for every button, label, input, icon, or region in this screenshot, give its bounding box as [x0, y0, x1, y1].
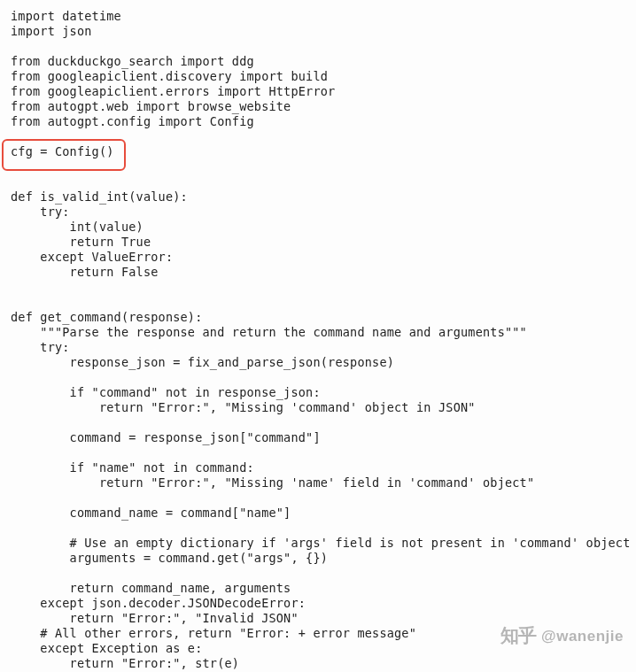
watermark: 知乎 @wanenjie	[500, 629, 624, 644]
code-line: # Use an empty dictionary if 'args' fiel…	[11, 536, 631, 550]
code-line: if "name" not in command:	[11, 460, 254, 475]
code-line: arguments = command.get("args", {})	[11, 551, 328, 565]
code-line: except ValueError:	[11, 250, 173, 264]
code-line: import json	[11, 24, 92, 38]
code-line: """Parse the response and return the com…	[11, 325, 527, 339]
code-line: return "Error:", "Invalid JSON"	[11, 611, 299, 625]
code-line: command_name = command["name"]	[11, 506, 291, 520]
code-line: from autogpt.web import browse_website	[11, 99, 291, 113]
zhihu-logo-icon: 知乎	[500, 629, 536, 644]
code-line: def is_valid_int(value):	[11, 189, 188, 204]
code-line: if "command" not in response_json:	[11, 385, 321, 399]
code-line: return "Error:", "Missing 'command' obje…	[11, 400, 476, 414]
code-line: int(value)	[11, 220, 143, 234]
code-line: import datetime	[11, 9, 121, 23]
code-line: # All other errors, return "Error: + err…	[11, 626, 416, 640]
code-line: from duckduckgo_search import ddg	[11, 54, 254, 68]
watermark-handle: @wanenjie	[541, 629, 624, 644]
code-line: command = response_json["command"]	[11, 430, 321, 444]
code-line: return True	[11, 235, 151, 249]
code-line: try:	[11, 340, 70, 354]
code-block: import datetime import json from duckduc…	[11, 9, 625, 671]
code-line: def get_command(response):	[11, 310, 203, 324]
code-line: except json.decoder.JSONDecodeError:	[11, 596, 306, 610]
code-line: response_json = fix_and_parse_json(respo…	[11, 355, 394, 369]
code-line: from autogpt.config import Config	[11, 114, 254, 128]
code-line: except Exception as e:	[11, 641, 203, 655]
code-line: try:	[11, 205, 70, 219]
code-line: cfg = Config()	[11, 144, 114, 158]
code-line: return "Error:", "Missing 'name' field i…	[11, 475, 534, 490]
code-line: return command_name, arguments	[11, 581, 291, 595]
code-line: from googleapiclient.discovery import bu…	[11, 69, 328, 83]
code-line: return False	[11, 265, 159, 279]
code-line: return "Error:", str(e)	[11, 656, 239, 670]
code-line: from googleapiclient.errors import HttpE…	[11, 84, 335, 98]
